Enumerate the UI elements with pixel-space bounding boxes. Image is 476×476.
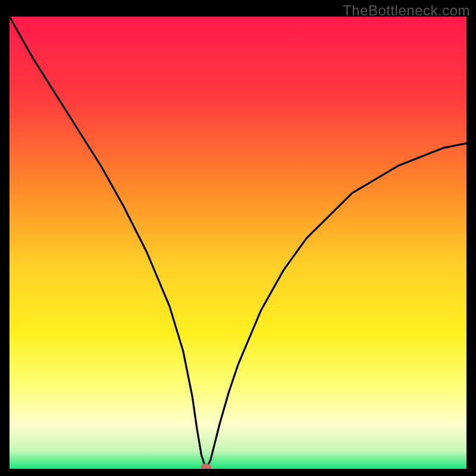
gradient-background — [10, 17, 466, 469]
chart-svg — [10, 17, 466, 469]
chart-frame: TheBottleneck.com — [0, 0, 476, 476]
plot-area — [10, 17, 466, 469]
